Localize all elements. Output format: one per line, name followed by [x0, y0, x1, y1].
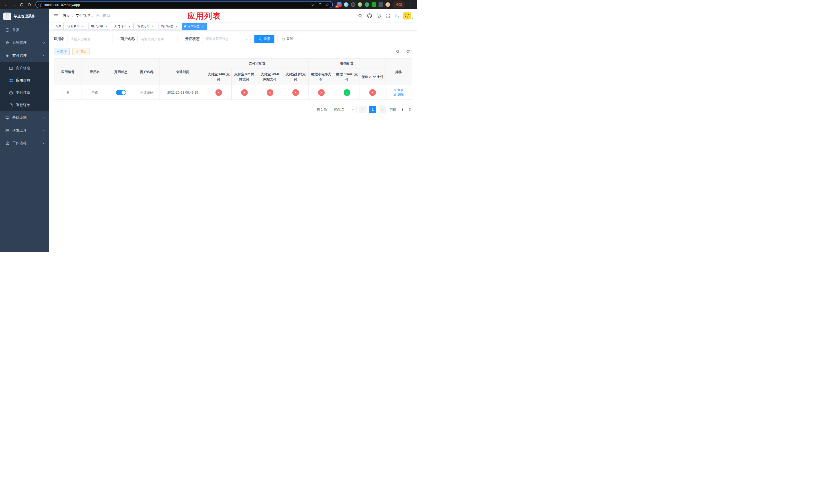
close-icon[interactable]: × [104, 25, 108, 28]
breadcrumb-home[interactable]: 首页 [63, 13, 70, 18]
enabled-toggle[interactable] [116, 90, 126, 95]
extension-icon[interactable] [365, 2, 369, 7]
pagination: 共 1 条 10条/页 ‹ 1 › 前往 页 [54, 106, 412, 113]
close-icon[interactable]: × [174, 25, 178, 28]
refresh-table-button[interactable] [404, 48, 412, 55]
fullscreen-icon[interactable] [386, 13, 391, 18]
chevron-down-icon [42, 116, 45, 119]
close-icon[interactable]: × [128, 25, 131, 28]
cell-wx-app: × [360, 85, 386, 100]
font-size-small: T [397, 15, 399, 18]
close-icon[interactable]: × [201, 25, 205, 28]
sidebar-item-system[interactable]: ⚙ 系统管理 [0, 37, 49, 49]
bookmark-star-icon[interactable]: ☆ [325, 2, 330, 7]
reset-button[interactable]: 重置 [278, 35, 297, 43]
extension-icon[interactable] [344, 2, 349, 7]
search-icon[interactable] [358, 13, 363, 18]
extension-icon[interactable] [372, 2, 376, 7]
gear-icon: ⚙ [5, 41, 10, 45]
active-dot [184, 25, 186, 27]
page-size-select[interactable]: 10条/页 [331, 106, 357, 113]
tab-user-group[interactable]: 用户分组 × [88, 23, 110, 30]
cell-merchant: 芋道源码 [134, 85, 160, 100]
browser-refresh-icon[interactable] [18, 1, 25, 8]
cell-alipay-app: × [206, 85, 232, 100]
next-page-button[interactable]: › [379, 106, 386, 113]
breadcrumb-separator: / [72, 14, 73, 18]
app-logo[interactable]: 芋道管理系统 [0, 9, 49, 24]
delete-label: 删除 [397, 92, 404, 97]
tab-pay-order[interactable]: 支付订单 × [112, 23, 134, 30]
disabled-status-icon: × [267, 89, 273, 96]
edit-button[interactable]: ✎ 修改 [394, 88, 403, 92]
extension-icon[interactable] [358, 2, 363, 7]
toggle-search-button[interactable] [394, 48, 402, 55]
site-info-icon[interactable]: i [39, 3, 42, 7]
sidebar-item-refund-order[interactable]: 退款订单 [0, 99, 49, 111]
address-bar[interactable]: i localhost:1024/pay/app ☆ [36, 1, 333, 8]
help-icon[interactable]: ? [376, 13, 381, 18]
prev-page-button[interactable]: ‹ [359, 106, 367, 113]
browser-forward-icon[interactable]: → [10, 1, 18, 8]
tab-app-info[interactable]: 应用信息 × [182, 23, 207, 30]
payment-submenu: 商户信息 应用信息 支付订单 [0, 62, 49, 111]
sidebar-item-dev-tools[interactable]: 研发工具 [0, 124, 49, 137]
sidebar-item-label: 基础设施 [12, 115, 27, 120]
toolbar-right [394, 48, 412, 55]
user-menu[interactable]: ▾ [403, 12, 413, 20]
extension-icon[interactable] [386, 2, 390, 7]
sidebar-item-payment[interactable]: ¥ 支付管理 [0, 49, 49, 62]
sidebar-item-home[interactable]: 首页 [0, 24, 49, 37]
sidebar-item-merchant-info[interactable]: 商户信息 [0, 62, 49, 74]
password-key-icon[interactable] [310, 2, 315, 7]
extension-icon[interactable] [351, 2, 355, 7]
sidebar-toggle-icon[interactable] [53, 13, 59, 19]
github-icon[interactable] [367, 13, 372, 18]
tab-refund-order[interactable]: 退款订单 × [135, 23, 157, 30]
delete-button[interactable]: 删除 [394, 92, 404, 97]
page-number-1[interactable]: 1 [369, 106, 376, 113]
cell-alipay-pc: × [232, 85, 257, 100]
add-button[interactable]: + 新增 [54, 48, 70, 55]
chevron-down-icon [245, 38, 248, 41]
chevron-down-icon [42, 129, 45, 132]
sidebar-item-pay-order[interactable]: 支付订单 [0, 87, 49, 99]
browser-menu-icon[interactable]: ⋮ [407, 1, 414, 8]
cell-status [108, 85, 134, 100]
screen: ← → i localhost:1024/pay/app ☆ 10 [0, 0, 417, 252]
goto-page-input[interactable] [398, 106, 407, 113]
sidebar-item-app-info[interactable]: 应用信息 [0, 74, 49, 87]
share-icon[interactable] [317, 2, 323, 7]
merchant-name-input[interactable] [137, 35, 177, 43]
table-toolbar: + 新增 导出 [54, 48, 412, 55]
tab-merchant-info[interactable]: 商户信息 × [158, 23, 180, 30]
breadcrumb-payment[interactable]: 支付管理 [76, 13, 90, 18]
close-icon[interactable]: × [81, 25, 85, 28]
export-button[interactable]: 导出 [72, 48, 90, 55]
extension-icon[interactable] [378, 2, 383, 7]
filter-bar: 应用名 商户名称 开启状态 请选择开启状态 搜索 [54, 35, 412, 43]
sidebar-item-workflow[interactable]: 工作流程 [0, 137, 49, 150]
tab-label: 应用信息 [188, 24, 200, 28]
browser-update-button[interactable]: 更新 [393, 1, 405, 8]
extension-badge: 10 [335, 5, 339, 8]
close-icon[interactable]: × [151, 25, 155, 28]
sidebar-item-infra[interactable]: 基础设施 [0, 111, 49, 124]
status-select[interactable]: 请选择开启状态 [202, 35, 251, 43]
search-button[interactable]: 搜索 [255, 35, 275, 43]
table-row: 6 芋道 芋道源码 2021-10-23 08:49:25 × × × × × [54, 85, 412, 100]
edit-label: 修改 [397, 88, 403, 92]
col-wx-lite: 微信小程序支付 [308, 68, 334, 85]
tab-process-form[interactable]: 流程表单 × [65, 23, 87, 30]
col-status: 开启状态 [108, 59, 134, 85]
browser-back-icon[interactable]: ← [3, 1, 10, 8]
extension-icon[interactable]: 10 [337, 2, 342, 7]
grid-icon [9, 79, 13, 83]
extensions-area: 10 [336, 2, 391, 7]
font-size-icon[interactable]: TT [395, 13, 399, 18]
tab-home[interactable]: 首页 [53, 23, 64, 30]
app-name-input[interactable] [67, 35, 113, 43]
pay-order-icon [9, 91, 13, 95]
browser-home-icon[interactable] [26, 1, 33, 8]
status-label: 开启状态 [185, 37, 199, 41]
